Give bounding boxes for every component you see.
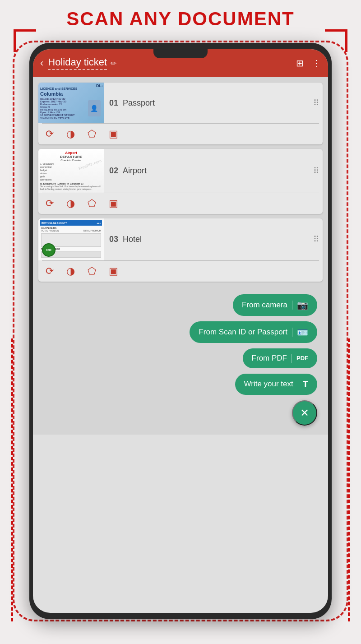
rotate-camera-icon-3[interactable]: ⟳ (46, 265, 54, 277)
doc-drag-handle-airport[interactable]: ⠿ (310, 149, 323, 193)
doc-info-airport: 02 Airport (104, 149, 310, 193)
from-scan-id-button[interactable]: From Scan ID or Passport 🪪 (190, 321, 317, 343)
write-text-button[interactable]: Write your text T (235, 374, 318, 395)
doc-actions-passport: ⟳ ◑ ⬠ ▣ (38, 124, 323, 144)
crop-icon-3[interactable]: ◑ (66, 265, 75, 277)
doc-card-top-passport: LICENCE and SERVICES Columbia Issued: 20… (38, 83, 323, 123)
header-actions: ⊞ ⋮ (296, 58, 321, 69)
page-title: SCAN ANY DOCUMENT (0, 8, 361, 30)
dash-line-left (11, 338, 13, 621)
app-content: LICENCE and SERVICES Columbia Issued: 20… (33, 77, 328, 435)
doc-name-passport: Passport (123, 98, 155, 108)
doc-name-airport: Airport (123, 166, 147, 176)
doc-number-3: 03 (109, 235, 118, 244)
header-title: Holiday ticket (48, 56, 107, 70)
from-pdf-button[interactable]: From PDF PDF (243, 348, 317, 368)
action-buttons-container: From camera 📷 From Scan ID or Passport 🪪… (38, 291, 323, 429)
from-pdf-label: From PDF (252, 354, 287, 363)
doc-card-hotel: BOTTOMLINE SOCIETY ●●● ANA PEREIRA TOTAL… (38, 218, 323, 282)
polygon-icon-3[interactable]: ⬠ (88, 265, 96, 277)
btn-divider-1 (292, 301, 292, 310)
doc-drag-handle-passport[interactable]: ⠿ (310, 83, 323, 123)
dash-line-right (348, 338, 350, 621)
corner-bracket-tl (14, 29, 36, 52)
doc-name-hotel: Hotel (123, 235, 142, 244)
grid-view-button[interactable]: ⊞ (296, 58, 304, 69)
id-card-icon: 🪪 (297, 327, 308, 338)
doc-number-2: 02 (109, 166, 118, 176)
doc-thumbnail-airport: Airport DEPARTURE Check-in Counter 1. Vo… (38, 149, 104, 193)
crop-icon-2[interactable]: ◑ (66, 198, 75, 209)
edit-title-icon[interactable]: ✏ (111, 59, 116, 68)
close-button[interactable]: ✕ (292, 400, 317, 426)
doc-card-top-hotel: BOTTOMLINE SOCIETY ●●● ANA PEREIRA TOTAL… (38, 218, 323, 260)
doc-thumbnail-passport: LICENCE and SERVICES Columbia Issued: 20… (38, 83, 104, 123)
pdf-icon: PDF (296, 355, 308, 361)
close-icon: ✕ (300, 407, 309, 419)
from-camera-label: From camera (242, 301, 287, 310)
doc-info-hotel: 03 Hotel (104, 218, 310, 260)
doc-info-passport: 01 Passport (104, 83, 310, 123)
phone-frame: ‹ Holiday ticket ✏ ⊞ ⋮ LICENCE and SERVI… (29, 43, 332, 619)
scan-text-icon-2[interactable]: ▣ (109, 198, 118, 209)
doc-number-1: 01 (109, 98, 118, 108)
back-button[interactable]: ‹ (40, 57, 43, 69)
doc-card-passport: LICENCE and SERVICES Columbia Issued: 20… (38, 83, 323, 144)
btn-divider-4 (298, 380, 298, 389)
polygon-icon-2[interactable]: ⬠ (88, 198, 96, 209)
from-scan-id-label: From Scan ID or Passport (199, 328, 287, 337)
phone-screen: ‹ Holiday ticket ✏ ⊞ ⋮ LICENCE and SERVI… (33, 49, 328, 613)
crop-icon-1[interactable]: ◑ (66, 128, 75, 140)
corner-bracket-tr (325, 29, 347, 52)
write-text-label: Write your text (244, 380, 293, 389)
from-camera-button[interactable]: From camera 📷 (233, 294, 317, 316)
camera-icon: 📷 (297, 300, 308, 310)
text-icon: T (303, 379, 308, 389)
scan-text-icon-1[interactable]: ▣ (109, 128, 118, 140)
doc-thumbnail-hotel: BOTTOMLINE SOCIETY ●●● ANA PEREIRA TOTAL… (38, 218, 104, 260)
rotate-camera-icon-1[interactable]: ⟳ (46, 128, 54, 140)
more-options-button[interactable]: ⋮ (312, 58, 321, 69)
doc-actions-airport: ⟳ ◑ ⬠ ▣ (38, 193, 323, 214)
btn-divider-3 (292, 354, 292, 363)
phone-notch (153, 48, 208, 58)
btn-divider-2 (292, 328, 292, 337)
doc-drag-handle-hotel[interactable]: ⠿ (310, 218, 323, 260)
doc-card-airport: Airport DEPARTURE Check-in Counter 1. Vo… (38, 149, 323, 214)
scan-text-icon-3[interactable]: ▣ (109, 265, 118, 277)
polygon-icon-1[interactable]: ⬠ (88, 128, 96, 140)
header-title-container: Holiday ticket ✏ (48, 56, 296, 70)
rotate-camera-icon-2[interactable]: ⟳ (46, 198, 54, 209)
doc-actions-hotel: ⟳ ◑ ⬠ ▣ (38, 261, 323, 282)
doc-card-top-airport: Airport DEPARTURE Check-in Counter 1. Vo… (38, 149, 323, 193)
